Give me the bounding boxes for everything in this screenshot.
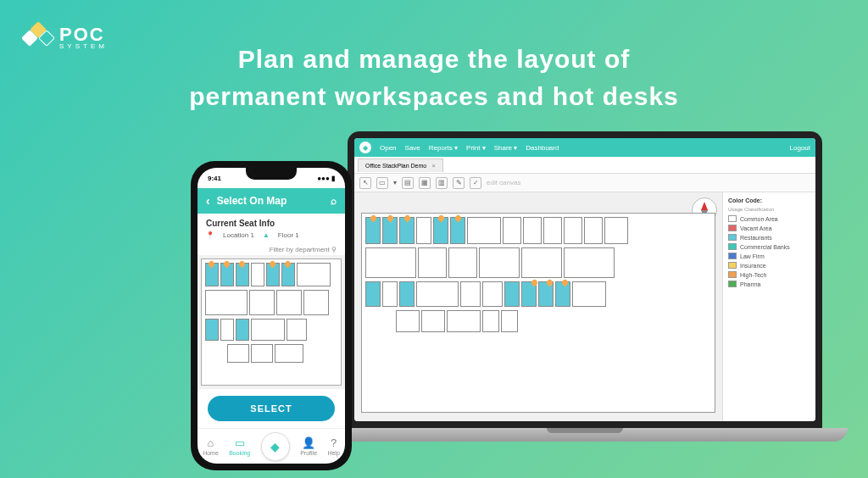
desktop-app: ◆ Open Save Reports ▾ Print ▾ Share ▾ Da…: [354, 138, 815, 421]
nav-help[interactable]: ?Help: [327, 436, 339, 456]
location-pin-icon: 📍: [206, 231, 214, 239]
legend-label: Common Area: [740, 216, 778, 222]
menu-dashboard[interactable]: Dashboard: [526, 144, 559, 152]
calendar-icon: ▭: [235, 436, 245, 449]
legend-label: Law Firm: [740, 253, 765, 259]
nav-profile[interactable]: 👤Profile: [300, 436, 317, 456]
legend-label: Pharma: [740, 281, 761, 287]
mobile-header: ‹ Select On Map ⌕: [198, 188, 345, 214]
search-icon[interactable]: ⌕: [331, 195, 337, 207]
tool-columns-icon[interactable]: ▥: [436, 177, 448, 189]
laptop-mockup: ◆ Open Save Reports ▾ Print ▾ Share ▾ Da…: [322, 131, 848, 470]
legend-swatch: [728, 262, 737, 269]
app-menubar: ◆ Open Save Reports ▾ Print ▾ Share ▾ Da…: [354, 138, 815, 157]
brand-mini-icon: ◆: [270, 440, 280, 453]
filter-icon: ⚲: [331, 246, 337, 253]
legend-swatch: [728, 225, 737, 231]
phone-notch: [246, 168, 297, 180]
document-tab[interactable]: Office StackPlan Demo ×: [358, 158, 443, 172]
legend-label: Commercial Banks: [740, 244, 790, 250]
floor-label[interactable]: Floor 1: [278, 231, 299, 239]
nav-center-button[interactable]: ◆: [261, 432, 290, 461]
filter-row[interactable]: Filter by department ⚲: [198, 244, 345, 255]
page-headline: Plan and manage the layout of permanent …: [0, 41, 868, 114]
menu-print[interactable]: Print ▾: [466, 144, 486, 152]
tool-rect-icon[interactable]: ▭: [376, 177, 388, 189]
legend-item: Law Firm: [728, 253, 810, 259]
back-icon[interactable]: ‹: [206, 194, 210, 208]
tool-grid-icon[interactable]: ▦: [419, 177, 431, 189]
tool-cursor-icon[interactable]: ↖: [359, 177, 371, 189]
seat-info-title: Current Seat Info: [206, 219, 337, 228]
mobile-title: Select On Map: [217, 195, 287, 207]
legend-item: Insurance: [728, 262, 810, 269]
floor-icon: ▲: [263, 231, 270, 239]
app-tabbar: Office StackPlan Demo ×: [354, 157, 815, 174]
tool-measure-icon[interactable]: ✎: [453, 177, 465, 189]
phone-signal-icon: ●●● ▮: [317, 175, 335, 182]
legend-swatch: [728, 253, 737, 259]
mobile-app: 9:41 ●●● ▮ ‹ Select On Map ⌕ Current Sea…: [198, 168, 345, 464]
nav-booking[interactable]: ▭Booking: [229, 436, 250, 456]
mobile-floorplan-canvas[interactable]: [198, 255, 345, 389]
profile-icon: 👤: [302, 436, 315, 449]
menu-save[interactable]: Save: [405, 144, 420, 152]
home-icon: ⌂: [208, 436, 214, 449]
floorplan[interactable]: [361, 213, 715, 413]
mobile-bottom-nav: ⌂Home ▭Booking ◆ 👤Profile ?Help: [198, 428, 345, 464]
legend-swatch: [728, 234, 737, 241]
legend-item: Restaurants: [728, 234, 810, 241]
legend-item: Pharma: [728, 281, 810, 287]
legend-label: High-Tech: [740, 272, 767, 278]
tool-dropdown-icon[interactable]: ▾: [393, 179, 397, 186]
seat-info-block: Current Seat Info 📍 Location 1 ▲ Floor 1: [198, 214, 345, 244]
select-button[interactable]: SELECT: [208, 396, 335, 421]
location-label[interactable]: Location 1: [223, 231, 254, 239]
legend-swatch: [728, 271, 737, 278]
phone-time: 9:41: [208, 175, 221, 182]
menu-share[interactable]: Share ▾: [494, 144, 518, 152]
legend-swatch: [728, 281, 737, 287]
app-toolbar: ↖ ▭ ▾ ▤ ▦ ▥ ✎ ✓ edit canvas: [354, 174, 815, 192]
legend-title: Color Code:: [728, 197, 810, 203]
menu-reports[interactable]: Reports ▾: [429, 144, 458, 152]
legend-subtitle: Usage Classification: [728, 207, 810, 212]
legend-item: Vacant Area: [728, 225, 810, 231]
legend-sidebar: Color Code: Usage Classification Common …: [722, 192, 815, 421]
legend-swatch: [728, 215, 737, 222]
legend-item: Common Area: [728, 215, 810, 222]
menu-logout[interactable]: Logout: [790, 144, 810, 152]
legend-label: Restaurants: [740, 235, 772, 241]
legend-label: Insurance: [740, 263, 766, 269]
legend-item: High-Tech: [728, 271, 810, 278]
legend-item: Commercial Banks: [728, 243, 810, 250]
laptop-base: [322, 428, 848, 442]
phone-mockup: 9:41 ●●● ▮ ‹ Select On Map ⌕ Current Sea…: [191, 161, 352, 470]
close-icon[interactable]: ×: [431, 162, 436, 170]
nav-home[interactable]: ⌂Home: [203, 436, 219, 456]
tool-check-icon[interactable]: ✓: [470, 177, 481, 189]
toolbar-hint: edit canvas: [487, 179, 520, 186]
legend-swatch: [728, 243, 737, 250]
tool-layers-icon[interactable]: ▤: [402, 177, 414, 189]
legend-label: Vacant Area: [740, 225, 772, 231]
help-icon: ?: [331, 436, 337, 449]
floorplan-canvas[interactable]: [354, 192, 722, 421]
app-logo-icon: ◆: [359, 142, 371, 153]
menu-open[interactable]: Open: [380, 144, 397, 152]
